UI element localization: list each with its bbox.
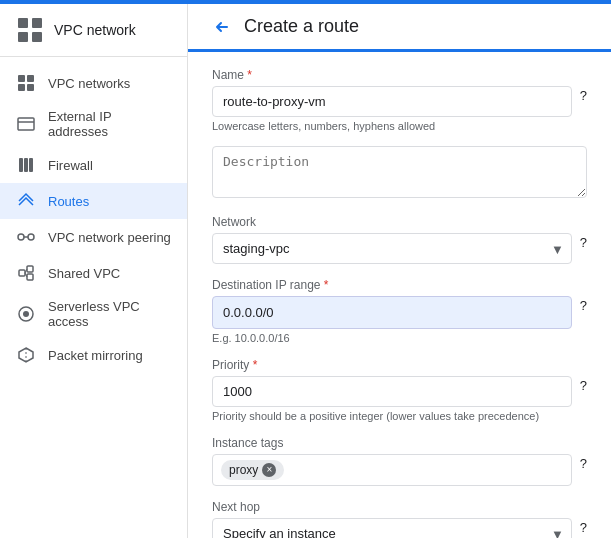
name-help-icon[interactable]: ? [580,88,587,103]
svg-rect-1 [32,18,42,28]
svg-rect-5 [27,75,34,82]
destination-hint: E.g. 10.0.0.0/16 [212,332,587,344]
tags-container: proxy × [212,454,572,486]
svg-rect-6 [18,84,25,91]
network-group: Network staging-vpc ▼ ? [212,215,587,264]
svg-rect-17 [27,266,33,272]
sidebar-item-peering[interactable]: VPC network peering [0,219,187,255]
sidebar-item-shared-vpc[interactable]: Shared VPC [0,255,187,291]
network-field-row: Network staging-vpc ▼ ? [212,215,587,264]
tag-close-button[interactable]: × [262,463,276,477]
tags-field-content: Instance tags proxy × [212,436,572,486]
vpc-network-icon [16,16,44,44]
packet-mirroring-icon [16,345,36,365]
sidebar-label-routes: Routes [48,194,89,209]
name-group: Name * ? Lowercase letters, numbers, hyp… [212,68,587,132]
sidebar-label-peering: VPC network peering [48,230,171,245]
priority-hint: Priority should be a positive integer (l… [212,410,587,422]
page-title: Create a route [244,16,359,37]
form-area: Name * ? Lowercase letters, numbers, hyp… [188,52,611,538]
nexthop-field-row: Next hop Specify an instance ▼ ? [212,500,587,538]
destination-help-icon[interactable]: ? [580,298,587,313]
description-group [212,146,587,201]
sidebar-label-vpc-networks: VPC networks [48,76,130,91]
sidebar-item-routes[interactable]: Routes [0,183,187,219]
svg-rect-7 [27,84,34,91]
vpc-networks-icon [16,73,36,93]
network-label: Network [212,215,572,229]
page-header: Create a route [188,4,611,52]
external-ip-icon [16,114,36,134]
svg-rect-2 [18,32,28,42]
sidebar-item-firewall[interactable]: Firewall [0,147,187,183]
sidebar-label-external-ip: External IP addresses [48,109,171,139]
priority-help-icon[interactable]: ? [580,378,587,393]
destination-input[interactable] [212,296,572,329]
nexthop-label: Next hop [212,500,572,514]
priority-input[interactable] [212,376,572,407]
sidebar-item-vpc-networks[interactable]: VPC networks [0,65,187,101]
svg-rect-3 [32,32,42,42]
sidebar-title: VPC network [54,22,136,38]
svg-rect-16 [19,270,25,276]
network-select[interactable]: staging-vpc [212,233,572,264]
priority-label: Priority * [212,358,572,372]
tags-field-row: Instance tags proxy × ? [212,436,587,486]
sidebar-label-firewall: Firewall [48,158,93,173]
svg-rect-18 [27,274,33,280]
name-field-row: Name * ? [212,68,587,117]
sidebar-label-packet-mirroring: Packet mirroring [48,348,143,363]
sidebar-header: VPC network [0,4,187,57]
serverless-icon [16,304,36,324]
name-hint: Lowercase letters, numbers, hyphens allo… [212,120,587,132]
svg-rect-10 [19,158,23,172]
tags-group: Instance tags proxy × ? [212,436,587,486]
destination-field-row: Destination IP range * ? [212,278,587,329]
sidebar-item-packet-mirroring[interactable]: Packet mirroring [0,337,187,373]
svg-rect-12 [29,158,33,172]
nexthop-group: Next hop Specify an instance ▼ ? [212,500,587,538]
back-button[interactable] [212,17,232,37]
svg-point-13 [18,234,24,240]
sidebar-label-serverless: Serverless VPC access [48,299,171,329]
destination-group: Destination IP range * ? E.g. 10.0.0.0/1… [212,278,587,344]
svg-rect-0 [18,18,28,28]
destination-label: Destination IP range * [212,278,572,292]
network-field-content: Network staging-vpc ▼ [212,215,572,264]
tags-label: Instance tags [212,436,572,450]
description-input[interactable] [212,146,587,198]
svg-point-14 [28,234,34,240]
name-input[interactable] [212,86,572,117]
svg-rect-11 [24,158,28,172]
network-help-icon[interactable]: ? [580,235,587,250]
nexthop-field-content: Next hop Specify an instance ▼ [212,500,572,538]
svg-point-22 [23,311,29,317]
nexthop-select[interactable]: Specify an instance [212,518,572,538]
priority-field-row: Priority * ? [212,358,587,407]
tag-proxy: proxy × [221,460,284,480]
sidebar-item-external-ip[interactable]: External IP addresses [0,101,187,147]
shared-vpc-icon [16,263,36,283]
tag-label: proxy [229,463,258,477]
priority-field-content: Priority * [212,358,572,407]
svg-rect-8 [18,118,34,130]
tags-help-icon[interactable]: ? [580,456,587,471]
svg-rect-4 [18,75,25,82]
firewall-icon [16,155,36,175]
peering-icon [16,227,36,247]
destination-field-content: Destination IP range * [212,278,572,329]
sidebar-nav: VPC networks External IP addresses Firew… [0,57,187,381]
main-content: Create a route Name * ? Lowercase letter… [188,4,611,538]
routes-icon [16,191,36,211]
sidebar-label-shared-vpc: Shared VPC [48,266,120,281]
priority-group: Priority * ? Priority should be a positi… [212,358,587,422]
nexthop-help-icon[interactable]: ? [580,520,587,535]
name-field-content: Name * [212,68,572,117]
network-select-wrapper: staging-vpc ▼ [212,233,572,264]
nexthop-select-wrapper: Specify an instance ▼ [212,518,572,538]
name-label: Name * [212,68,572,82]
sidebar: VPC network VPC networks External IP add… [0,4,188,538]
sidebar-item-serverless[interactable]: Serverless VPC access [0,291,187,337]
